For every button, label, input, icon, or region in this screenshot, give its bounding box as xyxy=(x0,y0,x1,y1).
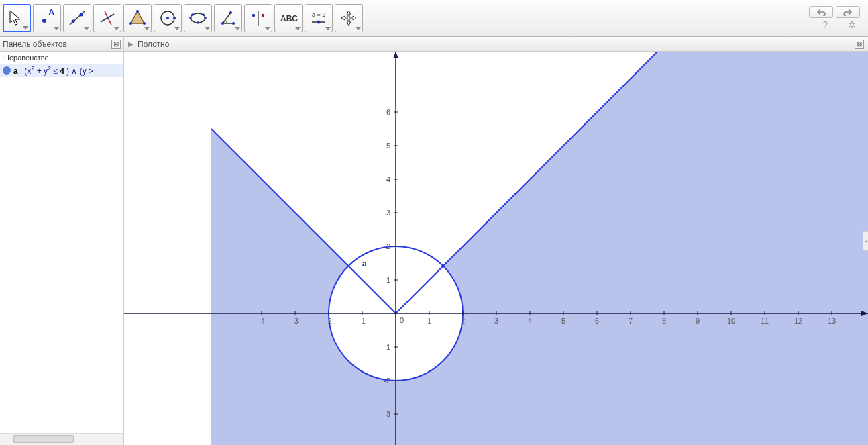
svg-text:-3: -3 xyxy=(384,410,390,418)
svg-point-20 xyxy=(197,21,199,24)
svg-point-7 xyxy=(107,17,109,19)
settings-icon[interactable]: ✲ xyxy=(848,19,856,30)
slider-tool[interactable]: a = 2 xyxy=(305,4,333,32)
plot-svg[interactable]: -4-3-2-112345678910111213-3-2-11234560a xyxy=(124,52,868,445)
svg-text:7: 7 xyxy=(629,317,633,325)
close-icon[interactable]: ⊠ xyxy=(111,40,121,49)
redo-button[interactable] xyxy=(836,6,860,18)
help-icon[interactable]: ? xyxy=(822,19,828,30)
svg-point-9 xyxy=(136,10,139,13)
svg-text:6: 6 xyxy=(386,108,390,116)
svg-text:-4: -4 xyxy=(258,317,265,325)
svg-text:-2: -2 xyxy=(325,317,332,325)
svg-text:a = 2: a = 2 xyxy=(312,11,325,18)
svg-point-0 xyxy=(42,19,46,23)
svg-point-14 xyxy=(173,17,176,19)
svg-text:-3: -3 xyxy=(292,317,299,325)
svg-text:-1: -1 xyxy=(359,317,366,325)
svg-marker-8 xyxy=(131,11,144,23)
svg-text:-1: -1 xyxy=(384,343,390,351)
toolbar: A ABC a = 2 ? ✲ xyxy=(0,0,868,37)
svg-point-21 xyxy=(221,22,224,25)
perpendicular-tool[interactable] xyxy=(93,4,121,32)
svg-text:8: 8 xyxy=(662,317,666,325)
text-tool[interactable]: ABC xyxy=(274,4,303,32)
reflect-tool[interactable] xyxy=(244,4,272,32)
svg-text:11: 11 xyxy=(761,317,769,325)
svg-text:6: 6 xyxy=(595,317,599,325)
chevron-right-icon[interactable]: ▶ xyxy=(128,40,133,48)
svg-point-22 xyxy=(232,22,235,25)
svg-text:13: 13 xyxy=(828,317,836,325)
svg-point-26 xyxy=(262,14,264,17)
svg-text:5: 5 xyxy=(386,142,390,150)
object-formula: a: (x2 + y2 ≤ 4) ∧ (y > xyxy=(13,65,93,76)
svg-text:3: 3 xyxy=(494,317,498,325)
svg-text:1: 1 xyxy=(386,276,390,284)
svg-text:0: 0 xyxy=(400,316,404,324)
graphics-title: Полотно xyxy=(138,40,169,49)
svg-point-23 xyxy=(229,11,232,14)
left-scrollbar[interactable] xyxy=(0,433,123,445)
svg-point-30 xyxy=(317,21,321,24)
object-color-dot xyxy=(3,66,11,75)
algebra-panel: Панель объектов ⊠ Неравенство a: (x2 + y… xyxy=(0,37,124,445)
undo-button[interactable] xyxy=(809,6,833,18)
svg-text:9: 9 xyxy=(696,317,700,325)
svg-point-10 xyxy=(143,22,146,25)
svg-line-2 xyxy=(70,11,85,25)
svg-text:2: 2 xyxy=(386,242,390,250)
move-view-tool[interactable] xyxy=(335,4,363,32)
svg-point-19 xyxy=(204,17,207,19)
object-row-a[interactable]: a: (x2 + y2 ≤ 4) ∧ (y > xyxy=(0,64,123,77)
svg-text:2: 2 xyxy=(461,317,465,325)
svg-point-11 xyxy=(129,22,132,25)
svg-marker-39 xyxy=(393,52,398,58)
object-expression: (x2 + y2 ≤ 4) ∧ (y > xyxy=(24,66,93,76)
graphics-view: ▶ Полотно ⊠ -4-3-2-112345678910111213-3-… xyxy=(124,37,868,445)
polygon-tool[interactable] xyxy=(123,4,152,32)
section-inequality: Неравенство xyxy=(0,52,123,64)
move-tool[interactable] xyxy=(3,4,31,32)
close-icon[interactable]: ⊠ xyxy=(855,40,864,49)
main: Панель объектов ⊠ Неравенство a: (x2 + y… xyxy=(0,37,868,445)
svg-text:3: 3 xyxy=(386,209,390,217)
svg-text:12: 12 xyxy=(794,317,802,325)
svg-text:5: 5 xyxy=(561,317,565,325)
svg-point-16 xyxy=(191,13,194,16)
svg-point-18 xyxy=(189,17,192,19)
circle-tool[interactable] xyxy=(154,4,182,32)
graphics-canvas[interactable]: -4-3-2-112345678910111213-3-2-11234560a xyxy=(124,52,868,445)
svg-point-13 xyxy=(166,17,169,19)
svg-text:a: a xyxy=(362,259,367,268)
point-tool[interactable]: A xyxy=(33,4,61,32)
svg-text:A: A xyxy=(48,9,55,17)
algebra-panel-title: Панель объектов xyxy=(3,40,67,49)
algebra-panel-header[interactable]: Панель объектов ⊠ xyxy=(0,37,123,52)
svg-point-25 xyxy=(252,14,255,17)
graphics-header[interactable]: ▶ Полотно ⊠ xyxy=(124,37,868,52)
angle-tool[interactable] xyxy=(214,4,242,32)
svg-marker-31 xyxy=(211,52,868,445)
line-tool[interactable] xyxy=(63,4,91,32)
svg-point-3 xyxy=(72,20,75,23)
side-panel-handle[interactable] xyxy=(863,231,868,251)
svg-text:10: 10 xyxy=(727,317,735,325)
svg-text:-2: -2 xyxy=(384,377,390,385)
svg-text:1: 1 xyxy=(427,317,431,325)
svg-point-17 xyxy=(202,13,205,16)
svg-text:4: 4 xyxy=(386,175,390,183)
conic-tool[interactable] xyxy=(184,4,212,32)
toolbar-right: ? ✲ xyxy=(809,6,865,30)
svg-point-4 xyxy=(80,13,83,17)
svg-text:ABC: ABC xyxy=(280,14,298,23)
svg-text:4: 4 xyxy=(528,317,532,325)
